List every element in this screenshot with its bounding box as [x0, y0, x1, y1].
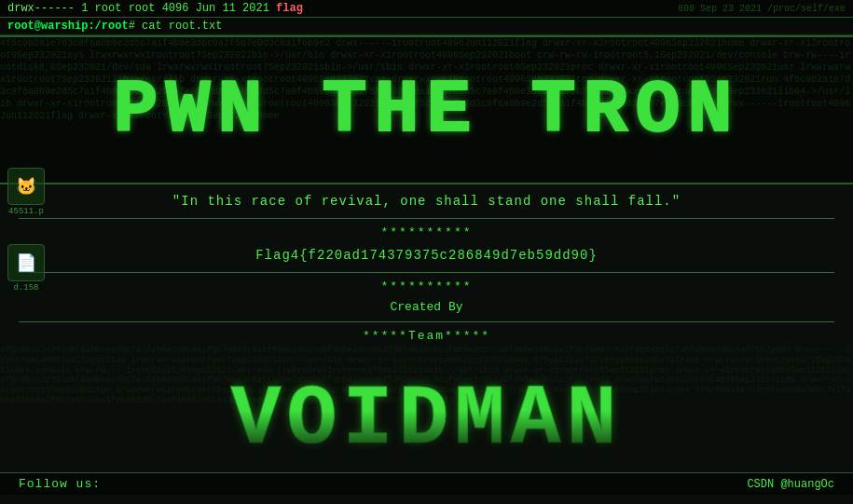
pwn-the-tron-text: PWN THE TRON [0, 37, 853, 183]
stars-1: ********** [0, 223, 853, 242]
stars-team-text: *****Team***** [363, 329, 490, 343]
command-line: root@warship:/root# cat root.txt [0, 18, 853, 35]
side-icon-cat: 🐱 45511.p [7, 168, 45, 216]
date-info: 1 root root 4096 Jun 11 2021 [81, 2, 269, 15]
shell-command: # cat root.txt [129, 20, 223, 33]
divider-1 [19, 218, 834, 219]
dir-permissions: drwx------ [7, 2, 75, 15]
bg-right-text: 800 Sep 23 2021 /proc/self/exe [678, 4, 846, 14]
top-terminal-bar: drwx------ 1 root root 4096 Jun 11 2021 … [0, 0, 853, 18]
stars-text-2: ********** [380, 279, 472, 293]
divider-3 [19, 321, 834, 322]
stars-team: *****Team***** [0, 326, 853, 346]
main-banner-title: PWN THE TRON [113, 68, 739, 153]
quote-text: "In this race of revival, one shall stan… [172, 194, 681, 209]
doc-label: d.158 [7, 283, 45, 293]
cat-icon: 🐱 [7, 168, 45, 205]
flag-value: Flag4{f220ad174379375c286849d7eb59dd90} [255, 248, 598, 263]
flag-section: Flag4{f220ad174379375c286849d7eb59dd90} [0, 242, 853, 268]
team-name-text: VOIDMAN [230, 373, 622, 468]
flag-link[interactable]: flag [276, 2, 303, 15]
side-icon-doc: 📄 d.158 [7, 244, 45, 293]
divider-2 [19, 272, 834, 273]
created-by-label: Created By [390, 300, 462, 314]
stars-2: ********** [0, 277, 853, 296]
created-by-section: Created By [0, 296, 853, 318]
quote-section: "In this race of revival, one shall stan… [0, 184, 853, 214]
csdn-credit-text: CSDN @huangOc [747, 478, 834, 491]
side-icons-panel: 🐱 45511.p 📄 d.158 [7, 168, 45, 293]
stars-text-1: ********** [380, 225, 472, 239]
cat-label: 45511.p [7, 207, 45, 216]
bottom-bar: Follow us: CSDN @huangOc [0, 472, 853, 495]
pwn-banner: 4f5c9b2a1e7d3c8f6a0b9e2d5c7a1f4b8e3d6c9a… [0, 35, 853, 184]
follow-us-text: Follow us: [19, 477, 101, 491]
doc-icon: 📄 [7, 244, 45, 281]
shell-prompt: root@warship:/root [7, 20, 129, 33]
